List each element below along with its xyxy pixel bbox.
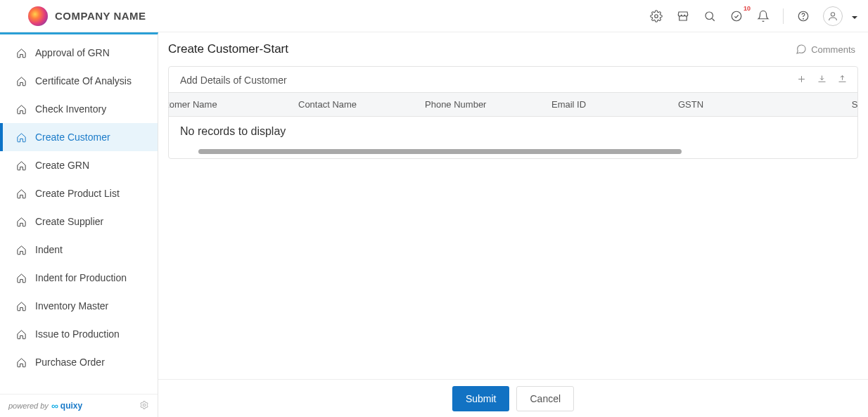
profile-dropdown-caret-icon[interactable] xyxy=(851,12,860,20)
help-icon[interactable] xyxy=(796,9,810,23)
upload-icon[interactable] xyxy=(837,74,848,86)
sidebar-list: Approval of GRN Certificate Of Analysis … xyxy=(0,34,158,394)
sidebar-item-label: Approval of GRN xyxy=(35,47,110,58)
notification-badge: 10 xyxy=(743,5,751,12)
form-footer: Submit Cancel xyxy=(158,379,868,417)
panel-title: Add Details of Customer xyxy=(180,75,287,86)
horizontal-scrollbar-track xyxy=(197,149,829,154)
sidebar-item-label: Certificate Of Analysis xyxy=(35,75,132,86)
sidebar-item-create-customer[interactable]: Create Customer xyxy=(0,123,158,151)
sidebar-item-create-supplier[interactable]: Create Supplier xyxy=(0,207,158,236)
home-icon xyxy=(15,47,27,58)
header-divider xyxy=(783,8,784,24)
svg-point-5 xyxy=(831,12,834,15)
column-shipping-address: Shipping Address xyxy=(796,99,857,110)
home-icon xyxy=(15,75,27,86)
home-icon xyxy=(15,216,27,227)
powered-by-label: powered by ∞ quixy xyxy=(8,401,82,411)
download-icon[interactable] xyxy=(817,74,827,86)
sidebar-footer: powered by ∞ quixy xyxy=(0,394,158,417)
app-header: COMPANY NAME 10 xyxy=(0,0,868,32)
sidebar-item-create-grn[interactable]: Create GRN xyxy=(0,151,158,179)
company-logo xyxy=(28,6,48,26)
sidebar-item-label: Inventory Master xyxy=(35,300,108,312)
home-icon xyxy=(15,328,27,340)
table-header-row: Customer Name Contact Name Phone Number … xyxy=(169,92,857,117)
quixy-logo: ∞ quixy xyxy=(51,401,82,411)
no-records-text: No records to display xyxy=(169,125,857,138)
tasks-check-icon[interactable]: 10 xyxy=(729,9,743,23)
column-email-id: Email ID xyxy=(543,99,670,110)
svg-point-4 xyxy=(803,18,804,19)
sidebar-item-approval-of-grn[interactable]: Approval of GRN xyxy=(0,39,158,67)
svg-point-6 xyxy=(143,404,146,406)
sidebar-item-label: Create Customer xyxy=(35,131,110,143)
sidebar-item-label: Create Supplier xyxy=(35,216,103,227)
home-icon xyxy=(15,357,27,368)
sidebar-item-label: Purchase Order xyxy=(35,357,105,368)
sidebar-item-purchase-order[interactable]: Purchase Order xyxy=(0,348,158,376)
sidebar-item-label: Indent for Production xyxy=(35,272,127,283)
sidebar-settings-gear-icon[interactable] xyxy=(139,400,149,411)
main-content: Create Customer-Start Comments Add Detai… xyxy=(158,32,868,417)
customer-details-panel: Add Details of Customer Customer Name xyxy=(168,66,858,159)
search-icon[interactable] xyxy=(703,9,717,23)
svg-point-2 xyxy=(732,11,741,21)
home-icon xyxy=(15,188,27,199)
cancel-button[interactable]: Cancel xyxy=(516,386,574,411)
sidebar-item-label: Issue to Production xyxy=(35,328,120,340)
bell-icon[interactable] xyxy=(756,9,770,23)
sidebar-item-check-inventory[interactable]: Check Inventory xyxy=(0,95,158,123)
sidebar-item-label: Indent xyxy=(35,244,63,255)
comments-label: Comments xyxy=(811,44,855,55)
submit-button[interactable]: Submit xyxy=(452,386,510,411)
sidebar: Approval of GRN Certificate Of Analysis … xyxy=(0,32,158,417)
horizontal-scrollbar-thumb[interactable] xyxy=(198,149,682,154)
comments-button[interactable]: Comments xyxy=(796,44,855,55)
panel-actions xyxy=(796,74,848,86)
hamburger-icon[interactable] xyxy=(7,9,21,23)
column-gstn: GSTN xyxy=(670,99,796,110)
column-customer-name: Customer Name xyxy=(169,99,290,110)
home-icon xyxy=(15,103,27,115)
page-header: Create Customer-Start Comments xyxy=(158,32,868,63)
home-icon xyxy=(15,160,27,171)
sidebar-item-create-product-list[interactable]: Create Product List xyxy=(0,179,158,207)
sidebar-item-indent[interactable]: Indent xyxy=(0,236,158,264)
table-wrap: Customer Name Contact Name Phone Number … xyxy=(169,92,857,158)
column-contact-name: Contact Name xyxy=(290,99,416,110)
infinity-icon: ∞ xyxy=(51,401,58,411)
settings-gear-icon[interactable] xyxy=(649,9,663,23)
add-row-icon[interactable] xyxy=(796,74,807,86)
home-icon xyxy=(15,244,27,255)
page-title: Create Customer-Start xyxy=(168,42,288,56)
header-icon-group: 10 xyxy=(649,6,860,26)
column-phone-number: Phone Number xyxy=(416,99,543,110)
sidebar-item-label: Create GRN xyxy=(35,160,89,171)
home-icon xyxy=(15,300,27,312)
profile-avatar[interactable] xyxy=(823,6,843,26)
sidebar-item-indent-for-production[interactable]: Indent for Production xyxy=(0,264,158,292)
sidebar-item-label: Create Product List xyxy=(35,188,120,199)
panel-header: Add Details of Customer xyxy=(169,67,857,92)
sidebar-item-certificate-of-analysis[interactable]: Certificate Of Analysis xyxy=(0,67,158,95)
store-icon[interactable] xyxy=(676,9,690,23)
table-body: No records to display xyxy=(169,117,857,148)
sidebar-item-inventory-master[interactable]: Inventory Master xyxy=(0,292,158,320)
home-icon xyxy=(15,272,27,283)
sidebar-item-issue-to-production[interactable]: Issue to Production xyxy=(0,320,158,348)
sidebar-item-label: Check Inventory xyxy=(35,103,106,115)
home-icon xyxy=(15,131,27,143)
svg-point-0 xyxy=(655,14,658,18)
svg-point-1 xyxy=(706,12,713,20)
comments-icon xyxy=(796,44,807,55)
company-name: COMPANY NAME xyxy=(55,10,146,22)
